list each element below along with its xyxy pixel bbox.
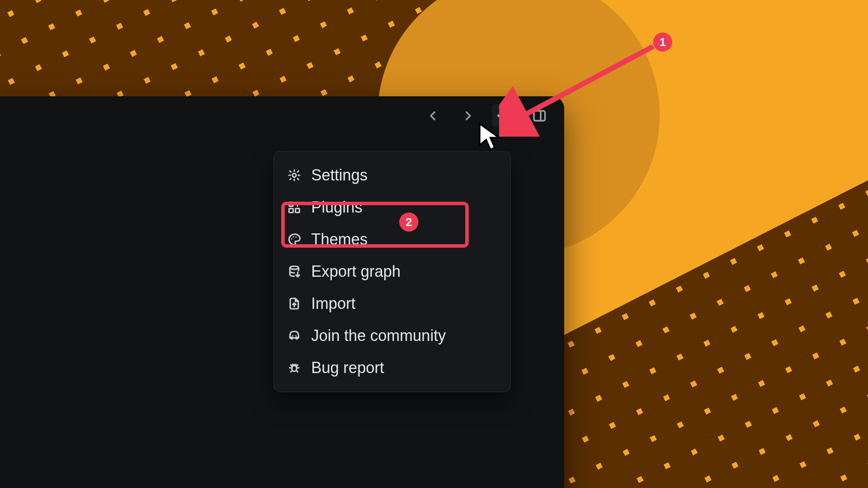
- menu-item-label: Settings: [311, 166, 368, 184]
- svg-rect-3: [289, 202, 293, 206]
- panel-right-icon: [532, 108, 547, 123]
- menu-item-label: Join the community: [311, 327, 446, 345]
- more-options-menu: Settings Plugins Themes Export graph Imp…: [273, 151, 511, 392]
- database-export-icon: [287, 264, 302, 279]
- menu-item-label: Export graph: [311, 262, 401, 281]
- svg-rect-12: [292, 366, 297, 371]
- titlebar: [0, 96, 564, 135]
- svg-point-7: [293, 236, 294, 238]
- forward-button[interactable]: [457, 104, 480, 128]
- dots-horizontal-icon: [497, 115, 510, 117]
- svg-point-10: [292, 335, 293, 336]
- menu-item-plugins[interactable]: Plugins: [274, 191, 510, 223]
- menu-item-export-graph[interactable]: Export graph: [274, 255, 510, 288]
- discord-icon: [287, 328, 302, 343]
- menu-item-label: Import: [311, 295, 355, 313]
- toggle-sidebar-button[interactable]: [528, 104, 551, 128]
- gear-icon: [287, 168, 302, 183]
- svg-rect-0: [534, 111, 545, 121]
- svg-point-11: [295, 335, 296, 336]
- svg-rect-4: [289, 209, 293, 213]
- palette-icon: [287, 232, 302, 247]
- menu-item-label: Plugins: [311, 198, 362, 216]
- file-import-icon: [287, 296, 302, 311]
- arrow-left-icon: [425, 108, 440, 123]
- svg-rect-5: [296, 209, 299, 213]
- menu-item-settings[interactable]: Settings: [274, 159, 510, 191]
- more-options-button[interactable]: [492, 104, 516, 128]
- svg-point-2: [293, 174, 296, 177]
- menu-item-themes[interactable]: Themes: [274, 223, 510, 255]
- svg-point-8: [296, 236, 297, 238]
- svg-point-6: [291, 238, 293, 239]
- menu-item-community[interactable]: Join the community: [274, 320, 510, 352]
- bug-icon: [287, 360, 302, 375]
- grid-plus-icon: [287, 200, 302, 215]
- back-button[interactable]: [421, 104, 444, 128]
- menu-item-label: Bug report: [311, 359, 384, 377]
- menu-item-import[interactable]: Import: [274, 288, 510, 320]
- svg-point-9: [290, 266, 299, 269]
- arrow-right-icon: [461, 108, 476, 123]
- menu-item-label: Themes: [311, 230, 368, 249]
- menu-item-bug-report[interactable]: Bug report: [274, 352, 510, 384]
